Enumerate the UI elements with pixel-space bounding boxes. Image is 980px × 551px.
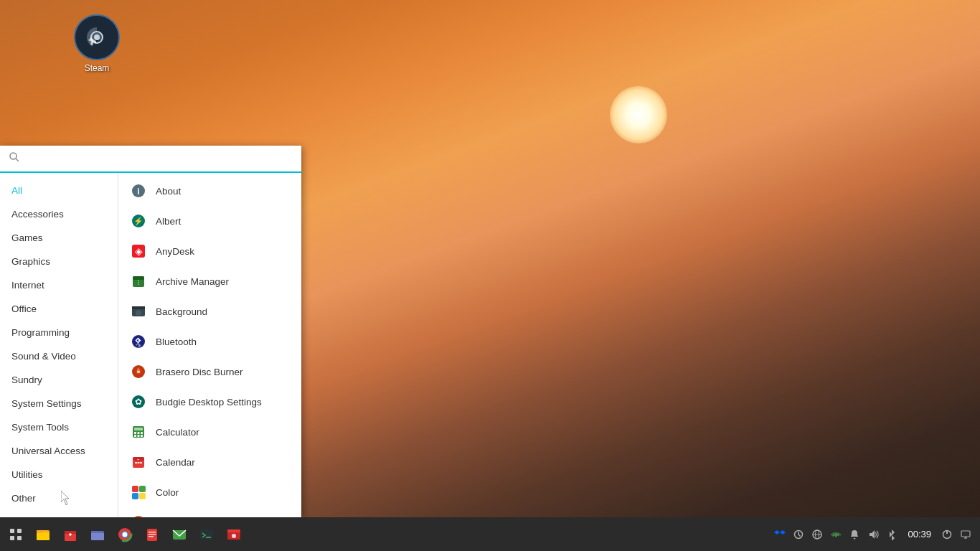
app-icon-budgie: ✿ [130,393,147,410]
svg-line-4 [16,159,19,161]
app-item-color[interactable]: Color [118,477,301,507]
desktop: Steam AllAccessoriesGamesGraphicsInterne… [0,0,980,551]
search-icon [9,151,20,166]
svg-rect-29 [138,435,140,437]
taskbar-screen[interactable] [957,522,974,547]
category-item-sound-video[interactable]: Sound & Video [0,344,118,368]
app-item-bluetooth[interactable]: Bluetooth [118,326,301,357]
taskbar-archive[interactable] [57,522,83,547]
category-item-other[interactable]: Other [0,486,118,510]
svg-text:◈: ◈ [135,245,143,257]
steam-label: Steam [85,63,110,73]
taskbar-dropbox[interactable] [771,522,788,547]
svg-rect-38 [139,486,146,492]
apps-panel: iAbout⚡Albert◈AnyDeskArchive ManagerBack… [118,173,301,517]
taskbar-app8[interactable] [221,522,247,547]
svg-point-72 [232,534,236,538]
svg-rect-64 [149,532,156,533]
taskbar-thunar[interactable] [85,522,110,547]
category-item-internet[interactable]: Internet [0,273,118,297]
taskbar-wifi[interactable] [827,522,844,547]
category-item-system-settings[interactable]: System Settings [0,392,118,415]
app-label-background: Background [156,306,207,317]
svg-rect-46 [17,529,22,533]
app-label-color: Color [156,487,179,498]
app-icon-archive-manager [130,273,147,290]
taskbar-apps-grid[interactable] [3,522,29,547]
svg-rect-66 [149,536,154,537]
category-item-all[interactable]: All [0,179,118,202]
taskbar-update[interactable] [790,522,807,547]
app-menu: AllAccessoriesGamesGraphicsInternetOffic… [0,146,301,517]
app-item-archive-manager[interactable]: Archive Manager [118,266,301,296]
svg-rect-71 [227,529,240,532]
taskbar-files[interactable] [30,522,56,547]
app-item-budgie[interactable]: ✿Budgie Desktop Settings [118,387,301,417]
svg-rect-51 [37,530,42,533]
app-icon-calendar: ▪▪ [130,453,147,471]
svg-rect-40 [139,493,146,499]
search-input[interactable] [26,153,293,165]
taskbar-notifications[interactable] [846,522,863,547]
category-item-games[interactable]: Games [0,226,118,250]
category-item-accessories[interactable]: Accessories [0,202,118,226]
app-label-brasero: Brasero Disc Burner [156,367,243,377]
app-item-albert[interactable]: ⚡Albert [118,206,301,236]
taskbar-volume[interactable] [864,522,882,547]
svg-rect-34 [138,462,140,463]
app-label-about: About [156,186,181,197]
taskbar-mail[interactable] [166,522,192,547]
app-item-calendar[interactable]: ▪▪Calendar [118,447,301,477]
category-item-utilities[interactable]: Utilities [0,463,118,486]
category-item-universal-access[interactable]: Universal Access [0,439,118,463]
app-icon-about: i [130,182,147,199]
svg-rect-35 [140,462,142,463]
category-item-graphics[interactable]: Graphics [0,250,118,273]
app-item-anydesk[interactable]: ◈AnyDesk [118,236,301,266]
svg-rect-37 [132,486,138,492]
app-icon-background [130,303,147,320]
app-item-brasero[interactable]: Brasero Disc Burner [118,357,301,387]
app-icon-brasero [130,363,147,380]
svg-rect-57 [91,533,104,540]
svg-rect-45 [10,529,14,533]
app-icon-calculator [130,423,147,441]
svg-point-3 [10,153,17,159]
app-label-budgie: Budgie Desktop Settings [156,397,262,408]
taskbar-bluetooth-icon[interactable] [883,522,900,547]
svg-rect-33 [135,462,137,463]
search-bar [0,146,301,173]
category-item-programming[interactable]: Programming [0,321,118,344]
taskbar-clock[interactable]: 00:39 [902,529,937,540]
app-label-albert: Albert [156,216,181,227]
category-item-system-tools[interactable]: System Tools [0,415,118,439]
taskbar-chromium[interactable] [112,522,138,547]
app-label-calculator: Calculator [156,427,199,438]
taskbar-left [3,522,247,547]
steam-desktop-icon[interactable]: Steam [68,14,126,73]
app-icon-albert: ⚡ [130,212,147,230]
categories-panel: AllAccessoriesGamesGraphicsInternetOffic… [0,173,118,517]
category-item-sundry[interactable]: Sundry [0,368,118,392]
taskbar-terminal[interactable] [194,522,220,547]
svg-rect-47 [10,536,14,540]
svg-text:⚡: ⚡ [133,216,143,226]
svg-rect-65 [149,534,156,535]
svg-rect-28 [134,435,136,437]
app-item-about[interactable]: iAbout [118,176,301,206]
taskbar-power[interactable] [938,522,956,547]
app-item-calculator[interactable]: Calculator [118,417,301,447]
category-item-office[interactable]: Office [0,297,118,321]
taskbar-vpn[interactable] [809,522,826,547]
svg-rect-50 [37,532,50,540]
app-label-calendar: Calendar [156,457,195,468]
svg-text:✿: ✿ [135,397,142,407]
app-icon-color [130,484,147,501]
app-icon-anydesk: ◈ [130,242,147,260]
app-label-archive-manager: Archive Manager [156,276,229,287]
app-item-datetime[interactable]: Date & Time [118,507,301,517]
svg-rect-58 [91,531,96,533]
app-item-background[interactable]: Background [118,296,301,326]
taskbar-rednotebook[interactable] [139,522,165,547]
svg-text:i: i [137,187,139,197]
